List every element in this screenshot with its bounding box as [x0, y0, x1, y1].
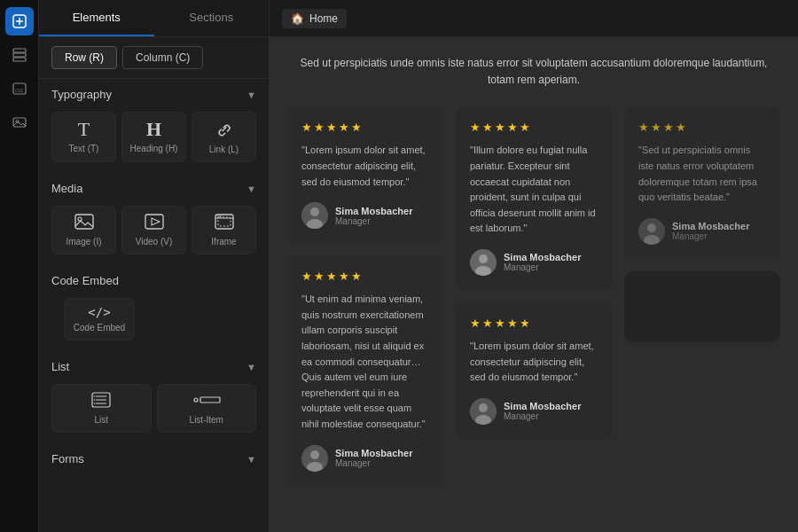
- testimonial-col-3: ★★★★ "Sed ut perspiciatis omnis iste nat…: [624, 106, 780, 485]
- main-area: 🏠 Home Sed ut perspiciatis unde omnis is…: [270, 0, 798, 532]
- main-toolbar: 🏠 Home: [270, 0, 798, 37]
- home-icon: 🏠: [291, 12, 304, 25]
- elements-tab[interactable]: Elements: [39, 0, 154, 36]
- layout-buttons: Row (R) Column (C): [39, 37, 269, 79]
- avatar: [301, 445, 328, 472]
- text-icon: T: [78, 120, 90, 139]
- svg-point-11: [78, 217, 82, 221]
- left-panel: Elements Sections Row (R) Column (C) Typ…: [39, 0, 270, 532]
- author-row: Sima Mosbacher Manager: [301, 202, 429, 229]
- link-icon: [215, 120, 233, 140]
- author-name: Sima Mosbacher: [504, 252, 581, 262]
- image-button[interactable]: [5, 108, 34, 137]
- author-role: Manager: [335, 216, 412, 226]
- typography-elements: T Text (T) H Heading (H) Link (L): [39, 108, 269, 173]
- list-section-header[interactable]: List ▼: [39, 351, 269, 380]
- svg-rect-8: [13, 118, 26, 127]
- svg-rect-27: [200, 397, 220, 403]
- testimonial-col-2: ★★★★★ "Illum dolore eu fugiat nulla pari…: [456, 106, 612, 485]
- code-embed-row: </> Code Embed: [39, 294, 269, 351]
- icon-bar: CSS: [0, 0, 39, 532]
- author-info: Sima Mosbacher Manager: [504, 252, 581, 272]
- author-info: Sima Mosbacher Manager: [504, 401, 581, 421]
- svg-point-38: [479, 403, 488, 412]
- code-embed-element[interactable]: </> Code Embed: [64, 298, 135, 340]
- author-role: Manager: [672, 231, 749, 241]
- quote-text: "Illum dolore eu fugiat nulla pariatur. …: [470, 143, 598, 237]
- media-section-header[interactable]: Media ▼: [39, 173, 269, 202]
- quote-text: "Lorem ipsum dolor sit amet, consectetur…: [301, 143, 429, 190]
- home-tab[interactable]: 🏠 Home: [282, 9, 347, 28]
- heading-icon: H: [146, 120, 161, 139]
- heading-element[interactable]: H Heading (H): [121, 112, 186, 162]
- column-button[interactable]: Column (C): [122, 46, 203, 69]
- author-name: Sima Mosbacher: [335, 448, 412, 458]
- avatar: [638, 218, 665, 245]
- css-button[interactable]: CSS: [5, 74, 34, 103]
- add-button[interactable]: [5, 7, 34, 35]
- svg-rect-3: [13, 49, 26, 52]
- list-elements: List List-Item: [39, 380, 269, 443]
- list-element[interactable]: List: [51, 384, 152, 433]
- stars: ★★★★★: [301, 270, 429, 283]
- iframe-element[interactable]: Iframe: [192, 206, 256, 254]
- dark-placeholder-card: [624, 271, 780, 342]
- link-label: Link (L): [209, 145, 239, 154]
- canvas-area: Sed ut perspiciatis unde omnis iste natu…: [270, 37, 798, 532]
- author-role: Manager: [504, 411, 581, 421]
- code-embed-label: Code Embed: [74, 323, 125, 332]
- author-name: Sima Mosbacher: [335, 206, 412, 216]
- page-content: Sed ut perspiciatis unde omnis iste natu…: [270, 37, 798, 532]
- video-element[interactable]: Video (V): [121, 206, 186, 254]
- svg-rect-4: [13, 53, 26, 57]
- image-element[interactable]: Image (I): [51, 206, 116, 254]
- code-embed-section-header[interactable]: Code Embed: [39, 265, 269, 294]
- panel-tabs: Elements Sections: [39, 0, 269, 37]
- svg-point-18: [220, 215, 222, 217]
- author-row: Sima Mosbacher Manager: [470, 249, 598, 276]
- quote-text: "Ut enim ad minima veniam, quis nostrum …: [301, 292, 429, 432]
- author-row: Sima Mosbacher Manager: [301, 445, 429, 472]
- author-name: Sima Mosbacher: [672, 221, 749, 231]
- svg-point-24: [94, 399, 96, 401]
- svg-text:CSS: CSS: [15, 88, 23, 93]
- sections-tab[interactable]: Sections: [154, 0, 270, 36]
- testimonial-col-1: ★★★★★ "Lorem ipsum dolor sit amet, conse…: [287, 106, 443, 485]
- typography-chevron: ▼: [246, 90, 256, 100]
- forms-section-header[interactable]: Forms ▼: [39, 443, 269, 473]
- author-info: Sima Mosbacher Manager: [335, 448, 412, 468]
- svg-point-41: [647, 223, 656, 232]
- author-info: Sima Mosbacher Manager: [335, 206, 412, 226]
- testimonials-container: ★★★★★ "Lorem ipsum dolor sit amet, conse…: [270, 106, 798, 485]
- list-chevron: ▼: [246, 362, 256, 372]
- svg-rect-5: [13, 58, 26, 61]
- link-element[interactable]: Link (L): [192, 112, 256, 162]
- svg-point-35: [479, 254, 488, 263]
- avatar: [470, 398, 497, 425]
- author-name: Sima Mosbacher: [504, 401, 581, 411]
- author-role: Manager: [504, 262, 581, 272]
- iframe-icon: [215, 214, 234, 232]
- testimonial-card: ★★★★★ "Ut enim ad minima veniam, quis no…: [287, 255, 443, 485]
- text-element[interactable]: T Text (T): [51, 112, 116, 162]
- stars: ★★★★★: [470, 317, 598, 330]
- list-item-label: List-Item: [190, 415, 223, 425]
- video-label: Video (V): [136, 237, 173, 246]
- stars: ★★★★★: [301, 121, 429, 134]
- list-label: List: [94, 415, 108, 425]
- svg-point-32: [310, 450, 319, 459]
- list-item-icon: [192, 392, 221, 411]
- avatar: [470, 249, 497, 276]
- testimonial-card: ★★★★★ "Lorem ipsum dolor sit amet, conse…: [287, 106, 443, 243]
- page-header-text: Sed ut perspiciatis unde omnis iste natu…: [270, 46, 798, 106]
- row-button[interactable]: Row (R): [51, 46, 117, 69]
- media-elements: Image (I) Video (V) Iframe: [39, 202, 269, 265]
- stars: ★★★★★: [470, 121, 598, 134]
- list-icon: [91, 392, 111, 411]
- svg-point-26: [194, 398, 198, 402]
- list-item-element[interactable]: List-Item: [157, 384, 257, 433]
- layers-button[interactable]: [5, 41, 34, 69]
- image-icon: [74, 214, 94, 232]
- home-tab-label: Home: [309, 12, 338, 25]
- typography-section-header[interactable]: Typography ▼: [39, 79, 269, 108]
